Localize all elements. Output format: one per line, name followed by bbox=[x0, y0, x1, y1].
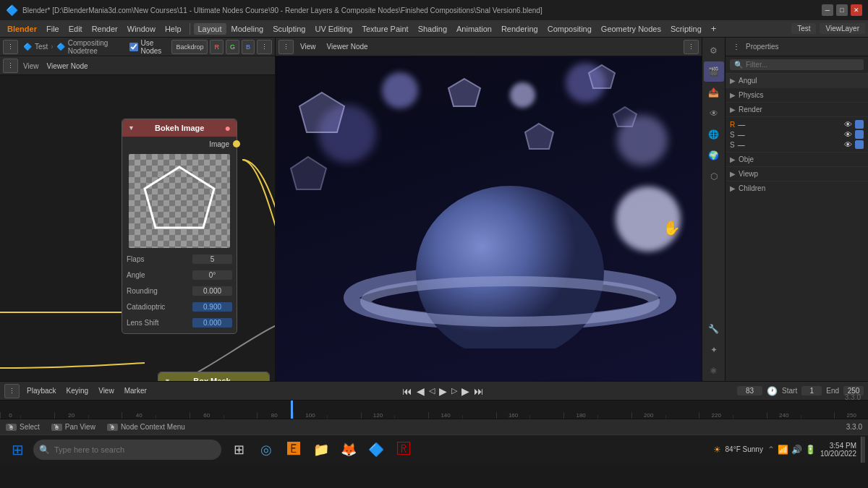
task-icon-blender[interactable]: 🔷 bbox=[363, 437, 389, 463]
jump-start-btn[interactable]: ⏮ bbox=[402, 385, 412, 397]
catadioptric-field[interactable]: 0.900 bbox=[192, 302, 232, 312]
jump-end-btn[interactable]: ⏭ bbox=[474, 385, 484, 397]
taskbar-search-input[interactable] bbox=[54, 445, 216, 454]
timeline-type-btn[interactable]: ⋮ bbox=[4, 384, 20, 398]
viewer-header-btn[interactable]: ⋮ bbox=[3, 59, 18, 73]
menu-modeling[interactable]: Modeling bbox=[227, 23, 268, 35]
row-r-eye[interactable]: 👁 bbox=[844, 120, 852, 129]
menu-help[interactable]: Help bbox=[161, 23, 186, 35]
clock-display[interactable]: 3:54 PM 10/20/2022 bbox=[820, 442, 856, 458]
menu-uv-editing[interactable]: UV Editing bbox=[310, 23, 357, 35]
start-field[interactable]: 1 bbox=[801, 386, 822, 395]
task-icon-1[interactable]: ⊞ bbox=[226, 437, 252, 463]
props-icon-filter[interactable]: ⚙ bbox=[704, 40, 724, 61]
ne-editor-type-btn[interactable]: ⋮ bbox=[3, 40, 18, 54]
rounding-field[interactable]: 0.000 bbox=[192, 286, 232, 296]
keying-btn[interactable]: Keying bbox=[64, 385, 92, 396]
timeline-track[interactable]: 0 20 40 60 80 100 120 140 160 180 bbox=[0, 401, 868, 419]
next-key-btn[interactable]: ▷ bbox=[451, 386, 457, 395]
playback-btn[interactable]: Playback bbox=[24, 385, 59, 396]
use-nodes-checkbox[interactable] bbox=[129, 43, 138, 51]
menu-rendering[interactable]: Rendering bbox=[497, 23, 542, 35]
menu-compositing[interactable]: Compositing bbox=[543, 23, 596, 35]
sound-icon[interactable]: 🔊 bbox=[791, 445, 802, 455]
props-icon-view[interactable]: 👁 bbox=[704, 103, 724, 124]
angul-arrow-icon: ▶ bbox=[730, 77, 736, 85]
menu-scripting[interactable]: Scripting bbox=[666, 23, 706, 35]
task-icon-cortana[interactable]: ◎ bbox=[253, 437, 279, 463]
props-icon-scene[interactable]: 🌐 bbox=[704, 124, 724, 145]
row-s2-eye[interactable]: 👁 bbox=[844, 140, 852, 149]
maximize-button[interactable]: □ bbox=[836, 4, 848, 16]
props-icon-physics[interactable]: ⚛ bbox=[704, 361, 724, 381]
channel-g-btn[interactable]: G bbox=[226, 40, 239, 54]
prev-key-btn[interactable]: ◁ bbox=[429, 386, 435, 395]
minimize-button[interactable]: ─ bbox=[822, 4, 833, 16]
props-header-btn[interactable]: ⋮ bbox=[730, 41, 743, 52]
angle-field[interactable]: 0° bbox=[192, 270, 232, 280]
chevron-icon[interactable]: ⌃ bbox=[767, 445, 775, 455]
viewer-header: ⋮ View Viewer Node ⋮ bbox=[276, 38, 702, 56]
frame-display[interactable]: 83 bbox=[737, 386, 762, 395]
channel-options-btn[interactable]: ⋮ bbox=[257, 40, 272, 54]
props-icon-modifier[interactable]: 🔧 bbox=[704, 319, 724, 339]
props-icon-world[interactable]: 🌍 bbox=[704, 145, 724, 166]
next-frame-btn[interactable]: ▶ bbox=[461, 385, 469, 397]
menu-geometry-nodes[interactable]: Geometry Nodes bbox=[597, 23, 665, 35]
menu-window[interactable]: Window bbox=[123, 23, 160, 35]
taskbar-icons-area: ⊞ ◎ 🅴 📁 🦊 🔷 🅁 bbox=[226, 437, 417, 463]
task-icon-7[interactable]: 🅁 bbox=[391, 437, 417, 463]
tl-view-btn[interactable]: View bbox=[95, 385, 117, 396]
row-s1-eye[interactable]: 👁 bbox=[844, 130, 852, 139]
bokeh-image-close-icon[interactable]: ● bbox=[225, 122, 231, 134]
network-icon[interactable]: 📶 bbox=[778, 445, 788, 455]
task-icon-3[interactable]: 🅴 bbox=[281, 437, 307, 463]
task-icon-5[interactable]: 🦊 bbox=[336, 437, 362, 463]
props-content: ⋮ Properties 🔍 ▶ Angul ▶ P bbox=[726, 38, 868, 381]
menu-texture-paint[interactable]: Texture Paint bbox=[357, 23, 412, 35]
bokeh-image-node: ▼ Bokeh Image ● Image Flaps bbox=[122, 119, 237, 334]
menu-plus-icon[interactable]: + bbox=[707, 22, 721, 35]
menu-animation[interactable]: Animation bbox=[452, 23, 496, 35]
bokeh-image-header[interactable]: ▼ Bokeh Image ● bbox=[122, 119, 237, 137]
angul-section-header[interactable]: ▶ Angul bbox=[726, 74, 868, 87]
close-button[interactable]: ✕ bbox=[851, 4, 862, 16]
viewport-cursor: ✋ bbox=[663, 219, 681, 236]
channel-r-btn[interactable]: R bbox=[210, 40, 224, 54]
scene-selector[interactable]: Test bbox=[791, 23, 816, 34]
viewer-options-btn[interactable]: ⋮ bbox=[684, 40, 699, 54]
menu-layout[interactable]: Layout bbox=[194, 23, 226, 35]
children-section: ▶ Children bbox=[726, 181, 868, 195]
box-mask-header[interactable]: ▼ Box Mask bbox=[158, 372, 269, 381]
clock-icon: 🕐 bbox=[767, 386, 778, 396]
properties-panel: ⚙ 🎬 📤 👁 🌐 🌍 ⬡ 🔧 ✦ ⚛ ⋮ Properties 🔍 bbox=[702, 38, 868, 381]
windows-start-btn[interactable]: ⊞ bbox=[3, 437, 32, 463]
props-icon-render[interactable]: 🎬 bbox=[704, 61, 724, 82]
channel-b-btn[interactable]: B bbox=[242, 40, 255, 54]
props-icon-output[interactable]: 📤 bbox=[704, 82, 724, 103]
menu-blender[interactable]: Blender bbox=[3, 23, 41, 35]
viewer-type-btn[interactable]: ⋮ bbox=[278, 40, 294, 54]
lens-shift-field[interactable]: 0.000 bbox=[192, 318, 232, 328]
task-icon-4[interactable]: 📁 bbox=[308, 437, 334, 463]
physics-section-header[interactable]: ▶ Physics bbox=[726, 88, 868, 102]
prev-frame-btn[interactable]: ◀ bbox=[417, 385, 425, 397]
marker-btn[interactable]: Marker bbox=[122, 385, 150, 396]
view-btn[interactable]: View bbox=[296, 41, 320, 52]
props-icon-particles[interactable]: ✦ bbox=[704, 340, 724, 360]
viewp-section: ▶ Viewp bbox=[726, 166, 868, 181]
menu-file[interactable]: File bbox=[42, 23, 64, 35]
menu-edit[interactable]: Edit bbox=[64, 23, 87, 35]
view-layer-selector[interactable]: ViewLayer bbox=[820, 23, 865, 34]
show-desktop-btn[interactable] bbox=[861, 437, 865, 463]
play-btn[interactable]: ▶ bbox=[439, 385, 447, 397]
menu-render[interactable]: Render bbox=[88, 23, 122, 35]
menu-shading[interactable]: Shading bbox=[414, 23, 451, 35]
props-search-input[interactable] bbox=[746, 61, 859, 69]
props-icon-object[interactable]: ⬡ bbox=[704, 166, 724, 187]
backdrop-btn[interactable]: Backdrop bbox=[171, 40, 208, 54]
viewer-panel: ⋮ View Viewer Node ⋮ bbox=[275, 38, 702, 381]
flaps-field[interactable]: 5 bbox=[192, 254, 232, 264]
menu-sculpting[interactable]: Sculpting bbox=[268, 23, 310, 35]
render-section-header[interactable]: ▶ Render bbox=[726, 103, 868, 116]
